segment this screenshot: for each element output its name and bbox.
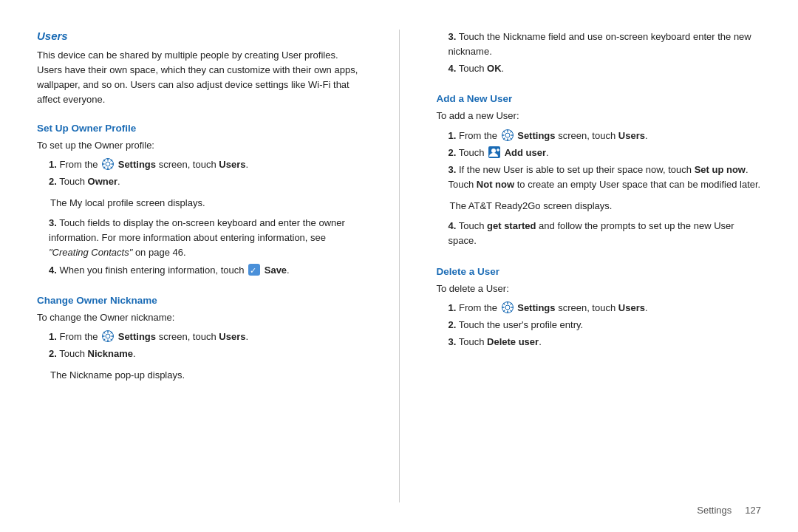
left-column: Users This device can be shared by multi… xyxy=(37,30,362,502)
svg-line-42 xyxy=(510,303,511,304)
add-step-1: 1. From the Settings s xyxy=(447,129,762,143)
change-step-2: 2. Touch Nickname. xyxy=(47,347,362,361)
delete-step-2: 2. Touch the user's profile entry. xyxy=(447,318,762,332)
save-icon xyxy=(248,264,260,276)
main-title: Users xyxy=(37,30,362,42)
setup-steps-cont: 3. Touch fields to display the on-screen… xyxy=(47,214,362,280)
svg-point-31 xyxy=(491,149,496,153)
settings-icon-4 xyxy=(502,301,514,313)
setup-owner-title: Set Up Owner Profile xyxy=(37,123,362,134)
change-nickname-title: Change Owner Nickname xyxy=(37,295,362,306)
delete-step-1: 1. From the Settings s xyxy=(447,301,762,316)
column-divider xyxy=(399,30,400,502)
settings-icon-2 xyxy=(102,330,114,342)
delete-steps-list: 1. From the Settings s xyxy=(447,301,762,352)
svg-line-29 xyxy=(503,138,505,140)
svg-point-35 xyxy=(505,305,510,310)
settings-icon-3 xyxy=(502,129,514,141)
svg-point-21 xyxy=(505,133,510,137)
add-step-3: 3. If the new User is able to set up the… xyxy=(447,163,762,192)
add-step-4: 4. Touch get started and follow the prom… xyxy=(447,219,762,248)
svg-line-18 xyxy=(111,332,112,334)
add-intro: To add a new User: xyxy=(437,109,762,123)
right-step-3: 3. Touch the Nickname field and use on-s… xyxy=(447,30,762,59)
setup-steps-list: 1. From the Settings s xyxy=(47,157,362,191)
nickname-sub: The Nickname pop-up displays. xyxy=(50,368,362,383)
svg-line-6 xyxy=(103,160,105,161)
svg-line-26 xyxy=(503,131,505,132)
footer-label: Settings xyxy=(697,505,732,516)
svg-line-7 xyxy=(111,167,112,168)
svg-line-16 xyxy=(103,332,105,334)
right-column: 3. Touch the Nickname field and use on-s… xyxy=(437,30,762,502)
add-user-icon xyxy=(488,146,500,158)
setup-step-1: 1. From the Settings s xyxy=(47,157,362,172)
setup-intro: To set up the Owner profile: xyxy=(37,138,362,153)
svg-line-43 xyxy=(503,310,505,312)
svg-line-8 xyxy=(111,160,112,161)
change-step-1: 1. From the Settings s xyxy=(47,330,362,344)
svg-line-27 xyxy=(510,138,511,140)
owner-sub: The My local profile screen displays. xyxy=(50,196,362,211)
add-user-title: Add a New User xyxy=(437,93,762,104)
intro-text: This device can be shared by multiple pe… xyxy=(37,48,362,108)
svg-line-19 xyxy=(103,339,105,341)
svg-line-40 xyxy=(503,303,505,304)
svg-point-11 xyxy=(106,334,110,338)
svg-point-1 xyxy=(106,162,110,166)
delete-intro: To delete a User: xyxy=(437,282,762,296)
setup-step-2: 2. Touch Owner. xyxy=(47,174,362,189)
page: Users This device can be shared by multi… xyxy=(0,0,798,532)
svg-line-17 xyxy=(111,339,112,341)
svg-line-41 xyxy=(510,310,511,312)
footer-page: 127 xyxy=(745,505,761,516)
svg-line-9 xyxy=(103,167,105,168)
add-steps-cont: 4. Touch get started and follow the prom… xyxy=(447,216,762,250)
footer: Settings 127 xyxy=(697,505,761,516)
change-intro: To change the Owner nickname: xyxy=(37,310,362,325)
add-steps-list: 1. From the Settings s xyxy=(447,129,762,195)
svg-line-28 xyxy=(510,131,511,132)
setup-step-3: 3. Touch fields to display the on-screen… xyxy=(47,216,362,260)
change-steps-list: 1. From the Settings s xyxy=(47,330,362,364)
right-top-steps: 3. Touch the Nickname field and use on-s… xyxy=(447,30,762,78)
delete-user-title: Delete a User xyxy=(437,266,762,277)
add-step-2: 2. Touch Add user. xyxy=(447,146,762,160)
setup-step-4: 4. When you finish entering information,… xyxy=(47,263,362,278)
delete-step-3: 3. Touch Delete user. xyxy=(447,335,762,349)
att-sub: The AT&T Ready2Go screen displays. xyxy=(450,199,762,214)
settings-icon-1 xyxy=(102,158,114,170)
right-step-4: 4. Touch OK. xyxy=(447,61,762,76)
